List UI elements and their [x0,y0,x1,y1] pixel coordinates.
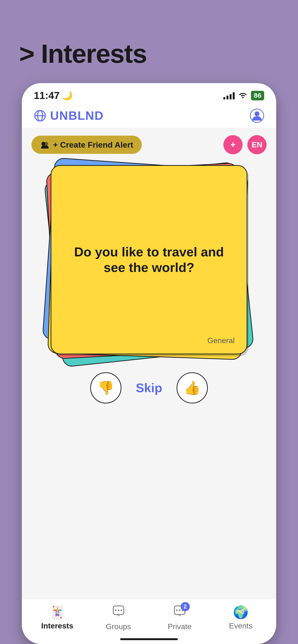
groups-label: Groups [106,622,131,631]
private-badge: 2 [181,602,190,611]
top-nav: UNBLND [22,104,276,128]
tab-events[interactable]: 🌍 Events [222,605,260,630]
skip-button[interactable]: Skip [136,381,162,395]
tab-groups[interactable]: Groups [99,605,138,631]
dislike-button[interactable]: 👎 [90,372,121,404]
svg-point-6 [44,142,48,146]
interests-label: Interests [41,622,73,630]
home-indicator-row [22,636,276,644]
svg-point-9 [118,610,119,611]
interests-icon: 🃏 [49,605,65,620]
card-category: General [207,336,235,345]
status-right: 86 [223,91,264,100]
svg-point-10 [121,610,122,611]
status-bar: 11:47 🌙 86 [22,83,276,104]
card-stack[interactable]: Do you like to travel and see the world?… [46,162,252,358]
svg-point-12 [176,610,178,611]
tab-private[interactable]: 2 Private [161,605,199,631]
time-display: 11:47 [34,90,60,101]
events-label: Events [229,622,253,630]
signal-icon [223,92,235,100]
phone-frame: 11:47 🌙 86 [22,83,276,644]
plus-button[interactable]: + [223,135,243,154]
wifi-icon [238,91,247,100]
brand-name: UNBLND [50,109,104,123]
home-indicator [120,638,178,640]
like-button[interactable]: 👍 [177,372,208,404]
status-time: 11:47 🌙 [34,90,73,101]
action-icons: + EN [223,135,266,154]
brand: UNBLND [34,109,104,123]
create-alert-label: + Create Friend Alert [53,140,133,150]
tab-interests[interactable]: 🃏 Interests [38,605,77,630]
battery-display: 86 [251,91,264,100]
svg-point-13 [179,610,181,611]
brand-icon [34,110,46,122]
profile-button[interactable] [250,108,264,123]
bottom-actions: 👎 Skip 👍 [90,368,208,408]
moon-icon: 🌙 [62,90,73,100]
language-button[interactable]: EN [247,135,266,154]
events-icon: 🌍 [233,605,249,620]
bottom-tab-bar: 🃏 Interests Groups [22,599,276,636]
svg-point-4 [255,112,259,116]
main-content: + Create Friend Alert + EN Do you like t… [22,128,276,599]
private-label: Private [168,622,192,631]
main-card[interactable]: Do you like to travel and see the world?… [51,165,247,354]
create-alert-button[interactable]: + Create Friend Alert [32,136,142,154]
action-row: + Create Friend Alert + EN [22,135,276,154]
page-title: > Interests [0,0,166,83]
svg-point-8 [115,610,116,611]
private-icon: 2 [174,605,186,620]
groups-icon [112,605,125,620]
card-question: Do you like to travel and see the world? [51,244,247,275]
